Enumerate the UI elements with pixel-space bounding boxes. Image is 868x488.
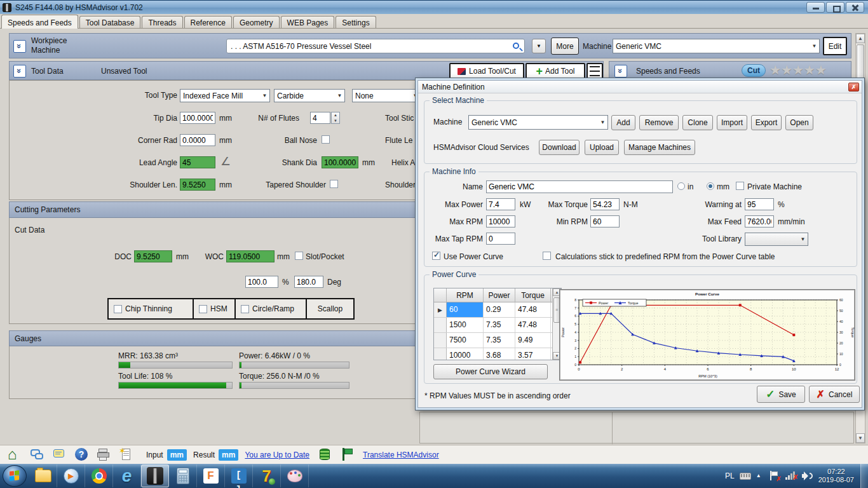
tab-reference[interactable]: Reference: [184, 16, 232, 28]
keyboard-icon[interactable]: [740, 470, 751, 482]
clone-machine-button[interactable]: Clone: [682, 115, 713, 130]
scallop-button[interactable]: Scallop: [307, 299, 353, 318]
power-table-cell[interactable]: 3.57: [515, 348, 551, 360]
power-table-cell[interactable]: 47.48: [515, 302, 551, 317]
taskbar-file-explorer-icon[interactable]: [29, 464, 57, 487]
remove-machine-button[interactable]: Remove: [639, 115, 679, 130]
power-table-cell[interactable]: 7.35: [484, 318, 515, 332]
min-rpm-input[interactable]: [590, 215, 620, 227]
export-machine-button[interactable]: Export: [751, 115, 782, 130]
chip-thinning-button[interactable]: Chip Thinning: [109, 299, 194, 318]
taskbar-fusion360-icon[interactable]: F: [197, 464, 225, 487]
tab-web-pages[interactable]: WEB Pages: [281, 16, 335, 28]
power-table-row[interactable]: 100003.683.57: [434, 348, 561, 360]
taskbar-paint-icon[interactable]: [281, 464, 309, 487]
unit-mm-radio[interactable]: [707, 182, 714, 190]
circle-ramp-button[interactable]: Circle/Ramp: [236, 299, 307, 318]
close-button[interactable]: [846, 2, 864, 13]
show-desktop-button[interactable]: [860, 464, 868, 488]
power-curve-table[interactable]: RPM Power Torque ▶600.2947.4815007.3547.…: [433, 288, 562, 360]
power-table-cell[interactable]: 10000: [447, 348, 484, 360]
scroll-up-icon[interactable]: ▲: [856, 34, 865, 43]
translate-link[interactable]: Translate HSMAdvisor: [363, 451, 439, 459]
scroll-down-icon[interactable]: ▼: [856, 433, 865, 443]
taskbar-internet-explorer-icon[interactable]: e: [113, 464, 141, 487]
import-machine-button[interactable]: Import: [717, 115, 747, 130]
print-icon[interactable]: [97, 447, 112, 463]
ball-nose-checkbox[interactable]: [322, 135, 330, 144]
max-tap-rpm-input[interactable]: [486, 233, 515, 245]
power-curve-wizard-button[interactable]: Power Curve Wizard: [433, 364, 548, 379]
machine-combo[interactable]: Generic VMC▼: [613, 39, 820, 53]
col-torque[interactable]: Torque: [515, 288, 551, 302]
flutes-spinner[interactable]: ▲▼: [331, 112, 340, 124]
rating-stars[interactable]: ★★★★★: [770, 64, 827, 76]
manage-machines-button[interactable]: Manage Machines: [624, 140, 695, 155]
col-rpm[interactable]: RPM: [447, 288, 484, 302]
shank-dia-input[interactable]: [322, 156, 358, 168]
more-button[interactable]: More: [551, 37, 579, 55]
corner-rad-input[interactable]: [180, 134, 215, 146]
material-dropdown-button[interactable]: ▼: [532, 39, 546, 53]
power-table-cell[interactable]: 7.35: [484, 333, 515, 348]
action-center-flag-icon[interactable]: ✗: [769, 470, 780, 482]
power-table-cell[interactable]: 1500: [447, 318, 484, 332]
network-icon[interactable]: ✗: [785, 470, 797, 482]
collapse-chevron-icon[interactable]: [614, 65, 627, 78]
language-indicator[interactable]: PL: [725, 471, 735, 480]
lead-angle-input[interactable]: [180, 156, 215, 168]
dialog-titlebar[interactable]: Machine Definition ✗: [418, 81, 862, 93]
taskbar-brackets-icon[interactable]: [ ]: [225, 464, 253, 487]
tab-threads[interactable]: Threads: [142, 16, 182, 28]
home-icon[interactable]: ⌂: [8, 447, 23, 463]
max-rpm-input[interactable]: [486, 215, 515, 227]
clock[interactable]: 07:222019-08-07: [818, 468, 854, 484]
update-status-link[interactable]: You are Up to Date: [245, 451, 309, 459]
new-report-icon[interactable]: ✶: [119, 447, 134, 463]
woc-input[interactable]: [226, 250, 275, 262]
taskbar-hsm-legacy-icon[interactable]: 7: [253, 464, 281, 487]
private-machine-checkbox[interactable]: [736, 182, 744, 190]
tool-type-combo[interactable]: Indexed Face Mill▼: [180, 89, 270, 102]
tip-dia-input[interactable]: [180, 112, 215, 124]
help-icon[interactable]: ?: [74, 447, 90, 463]
power-table-cell[interactable]: 9.49: [515, 333, 551, 348]
cut-badge[interactable]: Cut: [742, 64, 766, 77]
hsm-button[interactable]: HSM: [194, 299, 236, 318]
start-button[interactable]: [3, 465, 27, 487]
save-button[interactable]: ✓ Save: [757, 386, 805, 403]
power-table-row[interactable]: ▶600.2947.48: [434, 302, 561, 318]
col-power[interactable]: Power: [484, 288, 515, 302]
flutes-input[interactable]: [310, 112, 330, 124]
doc-input[interactable]: [134, 250, 172, 262]
taskbar-chrome-icon[interactable]: [85, 464, 113, 487]
upload-button[interactable]: Upload: [585, 140, 619, 155]
database-icon[interactable]: [318, 447, 334, 463]
max-feed-input[interactable]: [745, 215, 774, 227]
download-button[interactable]: Download: [539, 140, 580, 155]
add-machine-button[interactable]: Add: [611, 115, 635, 130]
tool-coating-combo[interactable]: None▼: [352, 89, 421, 102]
feedback-chat-icon[interactable]: [30, 447, 45, 463]
restore-button[interactable]: [826, 2, 844, 13]
max-power-input[interactable]: [486, 198, 515, 210]
engagement-pct-input[interactable]: [245, 276, 278, 288]
tab-settings[interactable]: Settings: [336, 16, 376, 28]
collapse-chevron-icon[interactable]: [13, 40, 26, 53]
unit-in-radio[interactable]: [677, 182, 685, 190]
shoulder-len-input[interactable]: [180, 179, 215, 191]
warning-input[interactable]: [745, 198, 774, 210]
input-unit-badge[interactable]: mm: [167, 449, 187, 461]
open-machine-button[interactable]: Open: [785, 115, 813, 130]
dialog-close-icon[interactable]: ✗: [848, 83, 859, 92]
slot-pocket-checkbox[interactable]: [295, 252, 303, 260]
power-table-cell[interactable]: 7500: [447, 333, 484, 348]
tapered-shoulder-checkbox[interactable]: [330, 180, 338, 188]
chip-thinning-checkbox[interactable]: [114, 305, 122, 313]
edit-machine-button[interactable]: Edit: [823, 37, 847, 55]
power-table-row[interactable]: 15007.3547.48: [434, 318, 561, 333]
taskbar-calculator-icon[interactable]: [169, 464, 197, 487]
power-table-row[interactable]: 75007.359.49: [434, 333, 561, 348]
material-search-input[interactable]: . . . ASTM A516-70 Pressure Vessel Steel: [226, 39, 525, 53]
circle-ramp-checkbox[interactable]: [241, 305, 249, 313]
